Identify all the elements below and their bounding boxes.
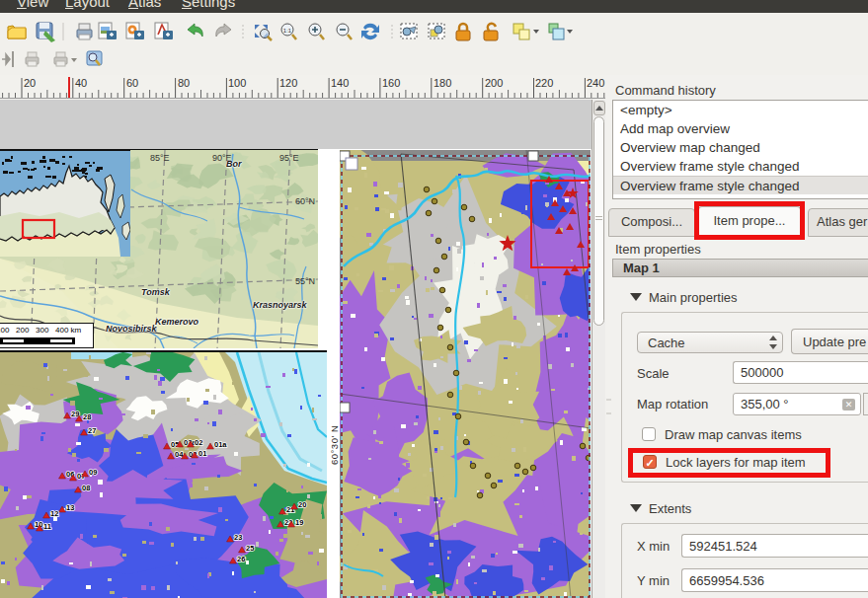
svg-text:01a: 01a bbox=[214, 440, 227, 449]
svg-text:1:1: 1:1 bbox=[283, 28, 292, 34]
svg-text:19: 19 bbox=[295, 518, 303, 527]
svg-text:13: 13 bbox=[66, 503, 74, 512]
svg-text:02: 02 bbox=[195, 438, 202, 447]
svg-text:12: 12 bbox=[50, 509, 58, 518]
svg-text:28: 28 bbox=[83, 412, 91, 421]
svg-text:27: 27 bbox=[88, 426, 96, 435]
svg-text:01: 01 bbox=[198, 449, 206, 458]
svg-text:25: 25 bbox=[246, 544, 254, 553]
svg-text:20: 20 bbox=[298, 500, 306, 509]
svg-text:09: 09 bbox=[89, 468, 97, 477]
svg-text:11: 11 bbox=[43, 522, 51, 531]
svg-text:26: 26 bbox=[237, 555, 245, 563]
svg-text:23: 23 bbox=[234, 533, 242, 542]
svg-text:08: 08 bbox=[82, 484, 90, 492]
